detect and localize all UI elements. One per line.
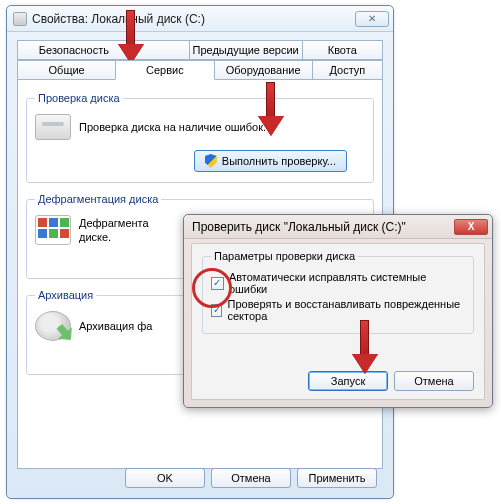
dialog-buttons: OK Отмена Применить <box>125 468 377 488</box>
check-params-group: Параметры проверки диска ✓ Автоматически… <box>202 250 474 334</box>
start-button[interactable]: Запуск <box>308 371 388 391</box>
check-disk-desc: Проверка диска на наличие ошибок. <box>79 120 266 134</box>
checkbox-fix-errors-label: Автоматически исправлять системные ошибк… <box>229 271 465 295</box>
defrag-icon <box>35 215 71 245</box>
shield-icon <box>205 154 217 168</box>
dialog-titlebar[interactable]: Проверить диск "Локальный диск (C:)" X <box>184 215 492 239</box>
group-check-disk: Проверка диска Проверка диска на наличие… <box>26 92 374 183</box>
run-check-label: Выполнить проверку... <box>222 155 336 167</box>
tab-general[interactable]: Общие <box>17 60 116 80</box>
checkbox-fix-errors[interactable]: ✓ <box>211 277 224 290</box>
check-disk-dialog: Проверить диск "Локальный диск (C:)" X П… <box>183 214 493 408</box>
dialog-close-button[interactable]: X <box>454 219 488 235</box>
tab-quota[interactable]: Квота <box>302 40 383 60</box>
tab-sharing[interactable]: Доступ <box>312 60 383 80</box>
tab-gap <box>130 40 190 60</box>
drive-icon <box>13 12 27 26</box>
dialog-body: Параметры проверки диска ✓ Автоматически… <box>191 243 485 400</box>
dialog-cancel-button[interactable]: Отмена <box>394 371 474 391</box>
window-title: Свойства: Локальный диск (C:) <box>32 12 355 26</box>
check-params-legend: Параметры проверки диска <box>211 250 358 262</box>
apply-button[interactable]: Применить <box>297 468 377 488</box>
archive-icon <box>35 311 71 341</box>
close-button[interactable]: ✕ <box>355 11 389 27</box>
group-archive-legend: Архивация <box>35 289 96 301</box>
run-check-button[interactable]: Выполнить проверку... <box>194 150 347 172</box>
checkbox-scan-sectors[interactable]: ✓ <box>211 304 222 317</box>
tab-previous-versions[interactable]: Предыдущие версии <box>189 40 303 60</box>
dialog-title: Проверить диск "Локальный диск (C:)" <box>192 220 454 234</box>
tab-security[interactable]: Безопасность <box>17 40 131 60</box>
defrag-desc: Дефрагмента диске. <box>79 216 149 245</box>
checkbox-scan-sectors-label: Проверять и восстанавливать поврежденные… <box>227 298 465 322</box>
group-check-legend: Проверка диска <box>35 92 123 104</box>
archive-desc: Архивация фа <box>79 319 152 333</box>
tab-tools[interactable]: Сервис <box>115 60 214 80</box>
group-defrag-legend: Дефрагментация диска <box>35 193 161 205</box>
tab-hardware[interactable]: Оборудование <box>214 60 313 80</box>
dialog-action-buttons: Запуск Отмена <box>308 371 474 391</box>
cancel-button[interactable]: Отмена <box>211 468 291 488</box>
titlebar[interactable]: Свойства: Локальный диск (C:) ✕ <box>7 6 393 32</box>
disk-icon <box>35 114 71 140</box>
ok-button[interactable]: OK <box>125 468 205 488</box>
